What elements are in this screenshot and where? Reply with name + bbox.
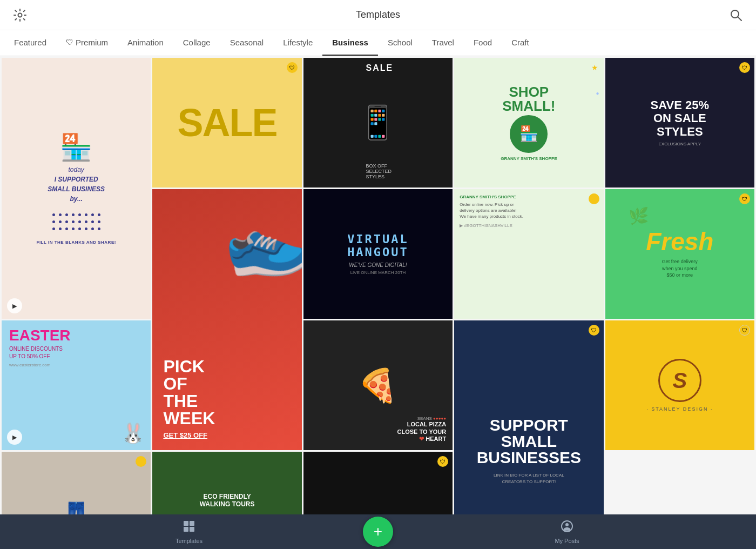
bunny-icon: 🐰: [121, 422, 145, 445]
dot: [59, 227, 62, 230]
nav-templates[interactable]: Templates: [162, 517, 216, 546]
template-grid-container: 🏪 today I SUPPORTEDSMALL BUSINESSby...: [0, 56, 756, 514]
nav-myposts[interactable]: My Posts: [540, 517, 594, 546]
virtual-sub: WE'VE GONE DIGITAL!: [347, 262, 409, 268]
header-left: [9, 4, 31, 26]
settings-button[interactable]: [9, 4, 31, 26]
template-shop-small-top[interactable]: SHOPSMALL! 🏪 GRANNY SMITH'S SHOPPE ★ ●: [454, 58, 603, 188]
template-jeans[interactable]: 👖 SHOP SMALL Think big: [2, 452, 151, 514]
tab-craft[interactable]: Craft: [502, 30, 539, 56]
svg-rect-2: [184, 521, 188, 526]
dot: [65, 220, 68, 223]
template-easter[interactable]: EASTER ONLINE DISCOUNTSUP TO 50% OFF www…: [2, 320, 151, 450]
store-name: GRANNY SMITH'S SHOPPE: [501, 156, 557, 161]
dot: [52, 213, 55, 216]
dot: [52, 220, 55, 223]
dot: [98, 227, 100, 230]
template-sale-phone[interactable]: 📱 SALE BOX OFFSELECTEDSTYLES: [303, 58, 453, 188]
support-link: LINK IN BIO FOR A LIST OF LOCALCREATORS …: [494, 472, 564, 485]
header: Templates: [0, 0, 756, 30]
easter-url: www.easterstore.com: [9, 363, 50, 367]
dot: [65, 213, 68, 216]
granny-name: GRANNY SMITH'S SHOPPE: [460, 195, 516, 199]
myposts-icon: [560, 519, 574, 537]
template-stanley[interactable]: S · STANLEY DESIGN · 🛡: [605, 320, 754, 450]
templates-label: Templates: [176, 538, 202, 544]
tab-featured[interactable]: Featured: [4, 30, 56, 56]
tab-business[interactable]: Business: [322, 30, 378, 56]
shop-illustration: 🏪: [60, 132, 92, 163]
support-text: SUPPORTSMALLBUSINESSES: [477, 417, 581, 466]
fab-plus-icon: +: [374, 523, 382, 540]
virtual-date: LIVE ONLINE MARCH 20TH: [347, 270, 409, 275]
granny-handle: ▶ #EGOTTHISNASHVILLE: [460, 223, 512, 228]
play-button[interactable]: ▶: [7, 298, 22, 313]
template-eco[interactable]: ECO FRIENDLY WALKING TOURS: [152, 452, 301, 514]
template-sale-yellow[interactable]: SALE 🛡: [152, 58, 301, 188]
search-button[interactable]: [725, 4, 747, 26]
template-save-25[interactable]: SAVE 25%ON SALESTYLES EXCLUSIONS APPLY 🛡: [605, 58, 754, 188]
easter-sub: ONLINE DISCOUNTSUP TO 50% OFF: [9, 345, 63, 360]
template-virtual-hangout[interactable]: VIRTUALHANGOUT WE'VE GONE DIGITAL! LIVE …: [303, 189, 453, 319]
leaf-icon: 🌿: [629, 206, 649, 225]
tab-lifestyle[interactable]: Lifestyle: [273, 30, 322, 56]
shop-small-header: SHOPSMALL!: [502, 85, 555, 113]
stanley-logo: S: [658, 359, 701, 402]
play-btn-easter[interactable]: ▶: [7, 430, 22, 445]
premium-badge-support: 🛡: [589, 325, 599, 336]
tab-animation[interactable]: Animation: [118, 30, 173, 56]
tab-collage[interactable]: Collage: [173, 30, 220, 56]
bottom-navigation: Templates + My Posts: [0, 514, 756, 549]
template-fresh[interactable]: 🌿 Fresh Get free deliverywhen you spend$…: [605, 189, 754, 319]
svg-rect-3: [190, 521, 194, 526]
premium-badge: 🛡: [287, 62, 298, 73]
store-icon: 🏪: [519, 125, 538, 143]
premium-badge-sale-dark: 🛡: [437, 456, 448, 467]
phone-icon: 📱: [357, 106, 398, 139]
fill-blanks-footer: FILL IN THE BLANKS AND SHARE!: [37, 240, 116, 245]
dot: [98, 213, 100, 216]
tab-seasonal[interactable]: Seasonal: [220, 30, 274, 56]
svg-rect-5: [190, 527, 194, 532]
header-right: [725, 4, 747, 26]
tab-food[interactable]: Food: [464, 30, 502, 56]
dot: [59, 213, 62, 216]
tab-premium[interactable]: 🛡 Premium: [56, 30, 118, 56]
template-fill-blanks[interactable]: 🏪 today I SUPPORTEDSMALL BUSINESSby...: [2, 58, 151, 319]
nav-tabs: Featured 🛡 Premium Animation Collage Sea…: [0, 30, 756, 56]
virtual-title: VIRTUALHANGOUT: [347, 233, 409, 259]
sale-text: SALE: [178, 101, 277, 145]
pizza-icon: 🍕: [357, 366, 398, 405]
svg-point-0: [18, 13, 22, 17]
jeans-icon: 👖: [59, 501, 93, 514]
premium-badge-save: 🛡: [739, 62, 750, 73]
template-grid: 🏪 today I SUPPORTEDSMALL BUSINESSby...: [0, 56, 756, 514]
premium-badge-shop: [589, 193, 599, 204]
pick-week-text: PICKOFTHEWEEK GET $25 OFF: [163, 358, 215, 439]
dot: [78, 220, 81, 223]
templates-icon: [182, 519, 196, 537]
easter-title: EASTER: [9, 328, 71, 343]
dot: [72, 213, 75, 216]
template-sale-dark[interactable]: SALE 🛡: [303, 452, 453, 514]
tab-travel[interactable]: Travel: [422, 30, 464, 56]
tab-school[interactable]: School: [378, 30, 422, 56]
eco-text: ECO FRIENDLY WALKING TOURS: [200, 493, 255, 508]
template-pizza[interactable]: 🍕 SEANS ●●●●● LOCAL PIZZACLOSE TO YOUR❤ …: [303, 320, 453, 450]
dot: [91, 213, 94, 216]
svg-rect-4: [184, 527, 188, 532]
template-pick-week[interactable]: 👟 PICKOFTHEWEEK GET $25 OFF: [152, 189, 301, 450]
premium-shield-icon: 🛡: [66, 38, 73, 46]
fresh-title: Fresh: [646, 229, 713, 254]
dot: [91, 220, 94, 223]
dot: [78, 213, 81, 216]
template-shop-small-detail[interactable]: GRANNY SMITH'S SHOPPE Order online now. …: [454, 189, 603, 319]
dot: [91, 227, 94, 230]
dot: [52, 227, 55, 230]
sale-overlay-text: SALE: [366, 63, 393, 73]
fab-add-button[interactable]: +: [363, 517, 393, 547]
premium-badge-stanley: 🛡: [739, 325, 750, 336]
dot: [65, 227, 68, 230]
dot: [72, 227, 75, 230]
template-support-small[interactable]: SUPPORTSMALLBUSINESSES LINK IN BIO FOR A…: [454, 320, 603, 514]
